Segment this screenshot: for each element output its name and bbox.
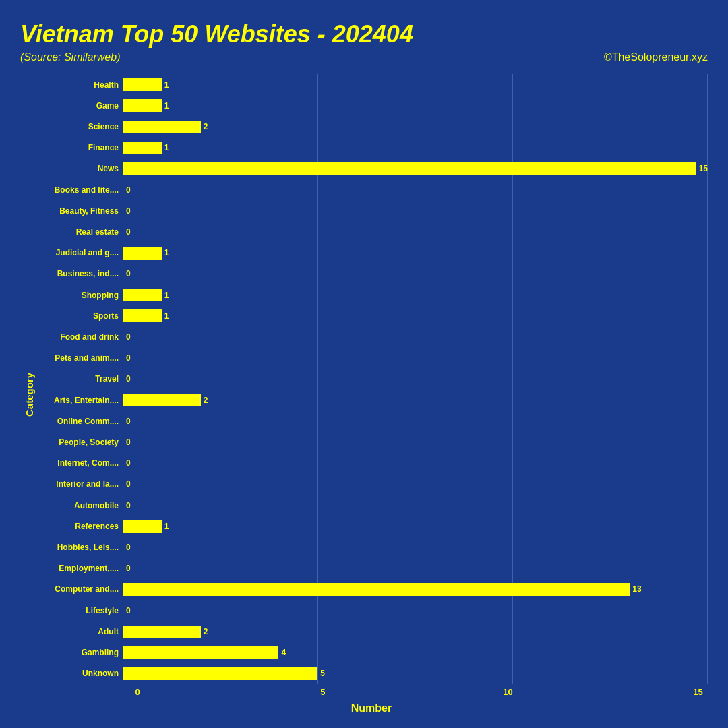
bar-label: Internet, Com.... bbox=[35, 458, 123, 468]
bar-track: 2 bbox=[123, 390, 708, 411]
bar-label: Finance bbox=[35, 143, 123, 152]
bar-track: 1 bbox=[123, 74, 708, 95]
bar-value: 0 bbox=[126, 332, 131, 342]
bar bbox=[123, 204, 123, 217]
bar-value: 0 bbox=[126, 374, 131, 384]
bar-label: Hobbies, Leis.... bbox=[35, 543, 123, 552]
bar bbox=[123, 541, 123, 554]
bar-track: 15 bbox=[123, 158, 708, 179]
bar-label: Employment,.... bbox=[35, 564, 123, 573]
bar-label: Pets and anim.... bbox=[35, 353, 123, 363]
bar-track: 13 bbox=[123, 579, 708, 600]
bar bbox=[123, 478, 123, 491]
bar-row: Health1 bbox=[35, 74, 708, 95]
bar-track: 1 bbox=[123, 138, 708, 158]
bar bbox=[123, 99, 162, 112]
bar-row: Internet, Com....0 bbox=[35, 453, 708, 474]
bar-value: 1 bbox=[164, 101, 169, 111]
bar-track: 0 bbox=[123, 411, 708, 431]
bar-label: Beauty, Fitness bbox=[35, 206, 123, 216]
bar-track: 1 bbox=[123, 516, 708, 537]
bar-label: Travel bbox=[35, 374, 123, 384]
bar-row: Beauty, Fitness0 bbox=[35, 200, 708, 221]
bar-value: 2 bbox=[204, 396, 208, 405]
bar-track: 0 bbox=[123, 264, 708, 284]
bar-row: Pets and anim....0 bbox=[35, 348, 708, 369]
bar bbox=[123, 331, 123, 344]
bar-value: 0 bbox=[126, 606, 131, 615]
title: Vietnam Top 50 Websites - 202404 bbox=[20, 20, 708, 49]
bar bbox=[123, 562, 123, 575]
bar-label: References bbox=[35, 522, 123, 531]
bar bbox=[123, 142, 162, 154]
bar-label: News bbox=[35, 164, 123, 173]
bar-track: 0 bbox=[123, 221, 708, 242]
bar-value: 0 bbox=[126, 543, 131, 552]
bar-track: 5 bbox=[123, 663, 708, 684]
bar-row: Business, ind....0 bbox=[35, 264, 708, 284]
bar-row: Game1 bbox=[35, 95, 708, 116]
bar-value: 0 bbox=[126, 501, 131, 510]
bar bbox=[123, 247, 162, 260]
bar-row: Interior and la....0 bbox=[35, 474, 708, 495]
bar-label: Online Comm.... bbox=[35, 417, 123, 426]
bar-row: Gambling4 bbox=[35, 642, 708, 663]
bar bbox=[123, 436, 123, 449]
bar-row: Judicial and g....1 bbox=[35, 243, 708, 264]
bar-row: Unknown5 bbox=[35, 663, 708, 684]
bar-track: 0 bbox=[123, 179, 708, 200]
bar-label: Judicial and g.... bbox=[35, 248, 123, 257]
bar-row: Hobbies, Leis....0 bbox=[35, 537, 708, 557]
bar-value: 0 bbox=[126, 564, 131, 573]
bar bbox=[123, 604, 123, 617]
bar-label: Food and drink bbox=[35, 332, 123, 342]
bar-value: 1 bbox=[164, 291, 169, 300]
bar-row: Adult2 bbox=[35, 621, 708, 642]
bar-label: Game bbox=[35, 101, 123, 111]
bar bbox=[123, 415, 123, 427]
bar-value: 1 bbox=[164, 248, 169, 257]
chart-inner: Health1Game1Science2Finance1News15Books … bbox=[35, 74, 708, 715]
bar bbox=[123, 121, 201, 133]
bar-value: 1 bbox=[164, 522, 169, 531]
bar-row: References1 bbox=[35, 516, 708, 537]
bar-row: Travel0 bbox=[35, 369, 708, 390]
bar bbox=[123, 646, 278, 659]
bar-label: Interior and la.... bbox=[35, 479, 123, 489]
bar bbox=[123, 78, 162, 91]
bar-label: Lifestyle bbox=[35, 606, 123, 615]
bar-label: Science bbox=[35, 122, 123, 131]
bar-value: 0 bbox=[126, 206, 131, 216]
bar-value: 0 bbox=[126, 353, 131, 363]
bar-row: Books and lite....0 bbox=[35, 179, 708, 200]
bar-track: 4 bbox=[123, 642, 708, 663]
x-axis-label: Number bbox=[35, 702, 708, 715]
bar bbox=[123, 626, 201, 638]
bar-row: News15 bbox=[35, 158, 708, 179]
bar bbox=[123, 268, 123, 280]
bar bbox=[123, 373, 123, 386]
chart-area: Category Health1Game1Science2Finance1New… bbox=[20, 74, 708, 715]
bar-value: 1 bbox=[164, 311, 169, 321]
bar-row: Arts, Entertain....2 bbox=[35, 390, 708, 411]
bar bbox=[123, 309, 162, 322]
bar-row: Finance1 bbox=[35, 138, 708, 158]
bar bbox=[123, 499, 123, 512]
bar bbox=[123, 183, 123, 196]
bar-label: Business, ind.... bbox=[35, 269, 123, 278]
bar-row: Computer and....13 bbox=[35, 579, 708, 600]
bar bbox=[123, 352, 123, 365]
x-tick: 0 bbox=[135, 687, 140, 697]
bar-value: 0 bbox=[126, 227, 131, 237]
bar-row: Real estate0 bbox=[35, 221, 708, 242]
bar-label: Books and lite.... bbox=[35, 185, 123, 195]
bar-value: 4 bbox=[281, 648, 286, 657]
bar-row: Employment,....0 bbox=[35, 558, 708, 579]
bar-row: Lifestyle0 bbox=[35, 600, 708, 621]
bar-track: 1 bbox=[123, 284, 708, 305]
bar-track: 0 bbox=[123, 326, 708, 347]
bar-label: Health bbox=[35, 80, 123, 90]
bar-label: Unknown bbox=[35, 669, 123, 678]
bar-value: 5 bbox=[320, 669, 325, 678]
bar-value: 15 bbox=[699, 164, 708, 173]
